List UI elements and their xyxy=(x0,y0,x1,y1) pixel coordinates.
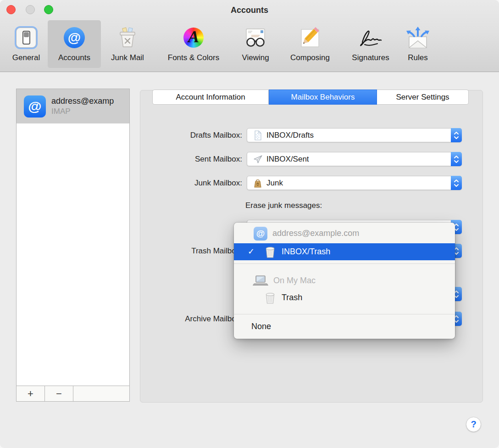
trash-can-icon xyxy=(264,291,276,304)
toolbar-item-label: Signatures xyxy=(344,53,398,62)
stepper-icon[interactable] xyxy=(451,176,462,190)
menu-item-none[interactable]: None xyxy=(234,316,455,337)
toolbar-item-signatures[interactable]: Signatures xyxy=(344,23,398,62)
sent-mailbox-popup[interactable]: INBOX/Sent xyxy=(247,152,462,166)
viewing-glasses-icon xyxy=(243,27,268,48)
tab-mailbox-behaviors[interactable]: Mailbox Behaviors xyxy=(269,90,377,105)
toolbar-item-label: Composing xyxy=(281,53,339,62)
drafts-mailbox-popup[interactable]: INBOX/Drafts xyxy=(247,128,462,142)
archive-mailbox-label: Archive Mailbox: xyxy=(150,314,242,324)
popup-value: INBOX/Sent xyxy=(266,152,309,166)
account-type: IMAP xyxy=(51,107,114,116)
signature-icon xyxy=(356,28,385,48)
account-name: address@examp xyxy=(51,96,114,106)
toolbar-item-label: Viewing xyxy=(235,53,276,62)
stepper-icon[interactable] xyxy=(451,128,462,142)
popup-value: INBOX/Drafts xyxy=(266,129,314,142)
window-header: Accounts General @ Accounts Junk Mail xyxy=(0,0,499,72)
popup-value: Junk xyxy=(266,176,283,190)
trash-mailbox-menu: @ address@example.com ✓ INBOX/Trash xyxy=(234,223,455,339)
accounts-list: @ address@examp IMAP + − xyxy=(16,89,130,402)
accounts-at-icon: @ xyxy=(64,27,85,48)
account-list-item[interactable]: @ address@examp IMAP xyxy=(17,89,129,123)
accounts-list-footer: + − xyxy=(17,386,129,401)
menu-item-on-my-mac: On My Mac xyxy=(234,272,455,289)
preferences-window: Accounts General @ Accounts Junk Mail xyxy=(0,0,499,448)
trash-mailbox-label: Trash Mailbox: xyxy=(150,246,242,256)
menu-separator xyxy=(234,314,455,314)
toolbar-item-label: Rules xyxy=(403,53,433,62)
menu-item-label: None xyxy=(251,316,271,337)
computer-icon xyxy=(252,275,269,286)
junk-basket-icon xyxy=(117,27,138,48)
tab-account-information[interactable]: Account Information xyxy=(152,90,269,105)
toolbar-item-general[interactable]: General xyxy=(6,23,46,62)
sent-mailbox-label: Sent Mailbox: xyxy=(150,154,242,164)
drafts-mailbox-label: Drafts Mailbox: xyxy=(150,130,242,140)
erase-junk-label: Erase junk messages: xyxy=(245,201,322,211)
tab-server-settings[interactable]: Server Settings xyxy=(377,90,469,105)
remove-account-button[interactable]: − xyxy=(45,386,73,401)
general-switch-icon xyxy=(16,28,36,48)
account-at-icon: @ xyxy=(254,227,267,241)
menu-separator xyxy=(234,263,455,264)
menu-item-label: On My Mac xyxy=(273,272,316,289)
junk-mailbox-label: Junk Mailbox: xyxy=(150,178,242,188)
footer-spacer xyxy=(73,386,129,401)
toolbar-item-fonts-colors[interactable]: A Fonts & Colors xyxy=(157,23,230,62)
drafts-doc-icon xyxy=(253,130,262,140)
checkmark-icon: ✓ xyxy=(248,243,255,260)
account-at-icon: @ xyxy=(24,95,46,118)
toolbar-item-label: General xyxy=(6,53,46,62)
toolbar-item-label: Fonts & Colors xyxy=(157,53,230,62)
menu-item-account-header: @ address@example.com xyxy=(234,224,455,243)
compose-pencil-icon xyxy=(299,27,321,48)
menu-item-inbox-trash[interactable]: ✓ INBOX/Trash xyxy=(234,243,455,260)
add-account-button[interactable]: + xyxy=(17,386,45,401)
toolbar-item-label: Accounts xyxy=(48,53,101,62)
fonts-colors-icon: A xyxy=(183,28,204,48)
toolbar-item-label: Junk Mail xyxy=(106,53,149,62)
menu-item-label: Trash xyxy=(282,289,302,306)
toolbar-item-accounts[interactable]: @ Accounts xyxy=(48,23,101,62)
stepper-icon[interactable] xyxy=(451,152,462,166)
toolbar-item-junk-mail[interactable]: Junk Mail xyxy=(106,23,149,62)
trash-can-icon xyxy=(264,246,276,258)
junk-bag-icon xyxy=(253,178,263,188)
toolbar-item-rules[interactable]: Rules xyxy=(403,23,433,62)
toolbar-item-composing[interactable]: Composing xyxy=(281,23,339,62)
window-title: Accounts xyxy=(0,0,499,21)
help-button[interactable]: ? xyxy=(466,417,481,432)
rules-envelope-icon xyxy=(405,26,430,49)
sent-plane-icon xyxy=(253,154,263,164)
menu-item-label: address@example.com xyxy=(272,224,359,243)
menu-item-trash[interactable]: Trash xyxy=(234,289,455,306)
toolbar-item-viewing[interactable]: Viewing xyxy=(235,23,276,62)
junk-mailbox-popup[interactable]: Junk xyxy=(247,176,462,190)
menu-item-label: INBOX/Trash xyxy=(282,243,330,260)
